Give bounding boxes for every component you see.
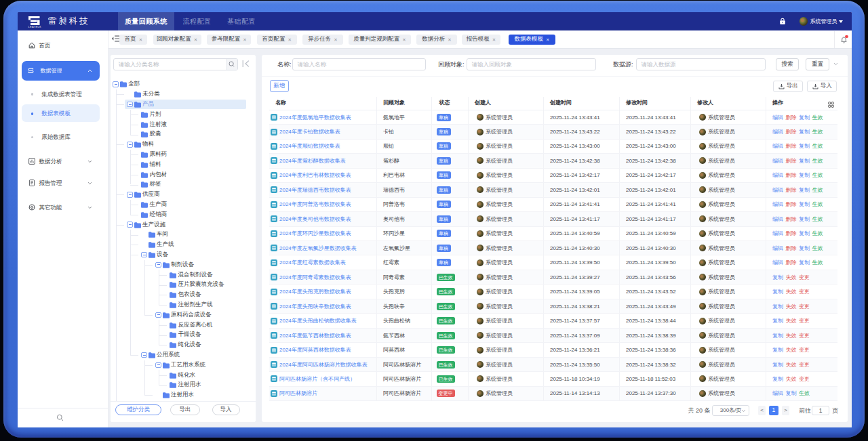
svg-text:LEATECK: LEATECK bbox=[28, 26, 41, 28]
